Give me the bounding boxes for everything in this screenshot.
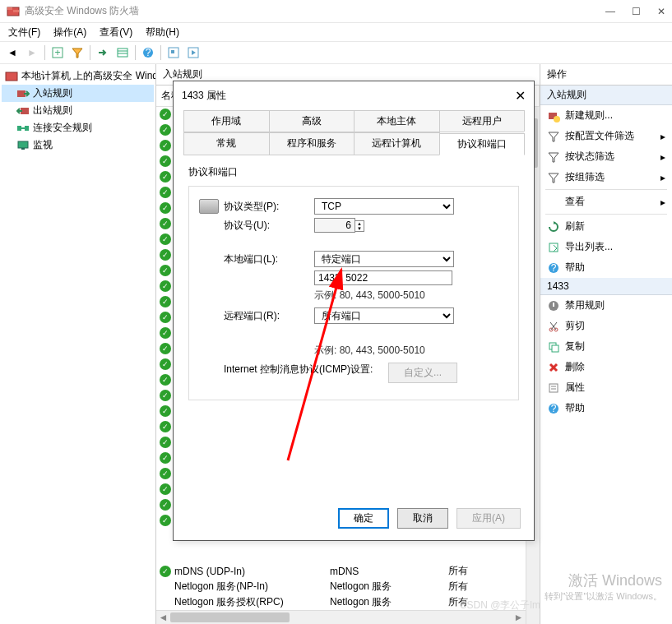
action-cut[interactable]: 剪切 <box>540 316 672 336</box>
enabled-icon: ✓ <box>160 218 171 229</box>
local-port-select[interactable]: 特定端口 <box>314 251 454 267</box>
enabled-icon: ✓ <box>160 343 171 354</box>
horizontal-scrollbar[interactable]: ◄ ► <box>156 610 526 624</box>
actions-header: 操作 <box>540 64 672 86</box>
svg-text:?: ? <box>551 262 557 274</box>
protocol-num-label: 协议号(U): <box>224 219 314 233</box>
tab-general[interactable]: 常规 <box>183 132 270 155</box>
svg-rect-21 <box>18 141 28 148</box>
enabled-icon: ✓ <box>160 452 171 464</box>
enabled-icon: ✓ <box>160 249 171 261</box>
enabled-icon: ✓ <box>160 109 171 120</box>
tab-programs[interactable]: 程序和服务 <box>269 132 355 155</box>
enabled-icon: ✓ <box>160 499 171 511</box>
svg-rect-18 <box>17 126 21 131</box>
table-row[interactable]: Netlogon 服务授权(RPC) Netlogon 服务 所有 <box>156 594 526 610</box>
copy-icon <box>547 340 560 354</box>
toolbar-help-icon[interactable]: ? <box>139 44 157 62</box>
svg-rect-2 <box>13 10 19 12</box>
action-new-rule[interactable]: 新建规则... <box>540 105 672 126</box>
delete-icon <box>547 361 560 374</box>
dialog-close-button[interactable]: ✕ <box>515 88 526 104</box>
cut-icon <box>547 320 560 333</box>
local-port-hint: 示例: 80, 443, 5000-5010 <box>314 289 508 303</box>
action-copy[interactable]: 复制 <box>540 336 672 357</box>
action-properties[interactable]: 属性 <box>540 377 672 398</box>
enabled-icon: ✓ <box>160 358 171 370</box>
ok-button[interactable]: 确定 <box>338 508 389 529</box>
svg-marker-14 <box>192 50 196 55</box>
svg-rect-22 <box>21 148 25 150</box>
remote-port-select[interactable]: 所有端口 <box>314 307 454 324</box>
toolbar-add-icon[interactable]: + <box>49 44 67 62</box>
tree-connection-security[interactable]: 连接安全规则 <box>2 119 154 136</box>
svg-line-37 <box>550 322 556 330</box>
toolbar-forward-arrow-icon[interactable] <box>94 44 112 62</box>
enabled-icon: ✓ <box>160 140 171 151</box>
enabled-icon: ✓ <box>160 483 171 495</box>
table-row[interactable]: ✓mDNS (UDP-In) mDNS 所有 <box>156 563 526 579</box>
tab-scope[interactable]: 作用域 <box>183 110 270 132</box>
forward-button[interactable]: ► <box>23 44 41 62</box>
minimize-button[interactable]: — <box>605 6 615 17</box>
tree-inbound-rules[interactable]: 入站规则 <box>2 85 154 102</box>
local-port-input[interactable] <box>314 270 452 285</box>
firewall-icon <box>7 5 20 18</box>
cancel-button[interactable]: 取消 <box>397 508 448 529</box>
svg-marker-25 <box>549 132 558 141</box>
action-disable-rule[interactable]: 禁用规则 <box>540 295 672 316</box>
svg-rect-6 <box>118 49 127 57</box>
action-view[interactable]: 查看▸ <box>540 192 672 212</box>
properties-icon <box>547 381 560 395</box>
svg-text:+: + <box>54 47 60 58</box>
action-refresh[interactable]: 刷新 <box>540 216 672 237</box>
action-delete[interactable]: 删除 <box>540 357 672 377</box>
tree-outbound-rules[interactable]: 出站规则 <box>2 102 154 119</box>
enabled-icon: ✓ <box>160 312 171 323</box>
tree-root[interactable]: 本地计算机 上的高级安全 Wind <box>2 67 154 85</box>
protocol-type-select[interactable]: TCP <box>314 198 454 215</box>
svg-point-24 <box>554 116 560 122</box>
refresh-icon <box>547 220 560 233</box>
remote-port-label: 远程端口(R): <box>224 309 314 323</box>
action-filter-group[interactable]: 按组筛选▸ <box>540 167 672 187</box>
chevron-right-icon: ▸ <box>660 131 665 142</box>
tab-local-principal[interactable]: 本地主体 <box>354 110 440 132</box>
customize-button: 自定义... <box>388 363 457 383</box>
chevron-right-icon: ▸ <box>660 172 665 183</box>
action-help[interactable]: ?帮助 <box>540 257 672 278</box>
tab-protocol-port[interactable]: 协议和端口 <box>439 133 526 155</box>
menu-help[interactable]: 帮助(H) <box>141 24 184 41</box>
toolbar-box1-icon[interactable] <box>165 44 183 62</box>
action-help2[interactable]: ?帮助 <box>540 398 672 418</box>
action-export[interactable]: 导出列表... <box>540 237 672 257</box>
action-filter-state[interactable]: 按状态筛选▸ <box>540 146 672 167</box>
icmp-label: Internet 控制消息协议(ICMP)设置: <box>224 363 388 377</box>
svg-marker-5 <box>72 49 82 58</box>
tab-remote-computer[interactable]: 远程计算机 <box>354 132 440 155</box>
back-button[interactable]: ◄ <box>3 44 21 62</box>
table-row[interactable]: Netlogon 服务(NP-In) Netlogon 服务 所有 <box>156 579 526 594</box>
enabled-icon: ✓ <box>160 187 171 198</box>
action-filter-profile[interactable]: 按配置文件筛选▸ <box>540 126 672 146</box>
spinner-down[interactable]: ▼ <box>355 226 364 231</box>
toolbar-filter-icon[interactable] <box>68 44 86 62</box>
toolbar-play-icon[interactable] <box>184 44 202 62</box>
connection-icon <box>16 122 30 135</box>
properties-dialog: 1433 属性 ✕ 作用域 高级 本地主体 远程用户 常规 程序和服务 远程计算… <box>173 81 535 541</box>
enabled-icon: ✓ <box>160 566 171 577</box>
menu-file[interactable]: 文件(F) <box>3 24 45 41</box>
enabled-icon: ✓ <box>160 327 171 339</box>
help-icon: ? <box>547 402 560 415</box>
svg-text:?: ? <box>146 47 151 58</box>
menu-view[interactable]: 查看(V) <box>95 24 137 41</box>
tab-advanced[interactable]: 高级 <box>269 110 355 132</box>
filter-icon <box>547 150 560 164</box>
toolbar-list-icon[interactable] <box>114 44 132 62</box>
tab-remote-user[interactable]: 远程用户 <box>439 110 526 132</box>
close-button[interactable]: ✕ <box>657 6 665 17</box>
local-port-label: 本地端口(L): <box>224 252 314 266</box>
maximize-button[interactable]: ☐ <box>632 6 641 17</box>
tree-monitoring[interactable]: 监视 <box>2 136 154 154</box>
menu-action[interactable]: 操作(A) <box>49 24 91 41</box>
